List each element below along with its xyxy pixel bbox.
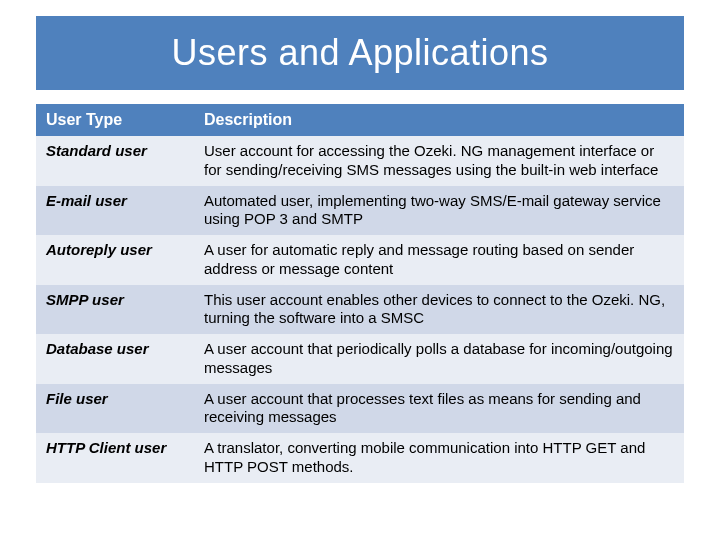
table-row: Database user A user account that period…: [36, 334, 684, 384]
cell-description: A user account that processes text files…: [194, 384, 684, 434]
cell-description: A translator, converting mobile communic…: [194, 433, 684, 483]
cell-description: This user account enables other devices …: [194, 285, 684, 335]
cell-description: A user account that periodically polls a…: [194, 334, 684, 384]
cell-user-type: E-mail user: [36, 186, 194, 236]
user-types-table: User Type Description Standard user User…: [36, 104, 684, 483]
cell-description: A user for automatic reply and message r…: [194, 235, 684, 285]
header-user-type: User Type: [36, 104, 194, 136]
table-row: Autoreply user A user for automatic repl…: [36, 235, 684, 285]
table-row: File user A user account that processes …: [36, 384, 684, 434]
cell-user-type: Autoreply user: [36, 235, 194, 285]
cell-user-type: Standard user: [36, 136, 194, 186]
slide: Users and Applications User Type Descrip…: [0, 0, 720, 540]
table-row: E-mail user Automated user, implementing…: [36, 186, 684, 236]
page-title: Users and Applications: [171, 32, 548, 74]
cell-description: Automated user, implementing two-way SMS…: [194, 186, 684, 236]
cell-user-type: Database user: [36, 334, 194, 384]
cell-user-type: File user: [36, 384, 194, 434]
cell-user-type: SMPP user: [36, 285, 194, 335]
table-row: Standard user User account for accessing…: [36, 136, 684, 186]
table-header-row: User Type Description: [36, 104, 684, 136]
header-description: Description: [194, 104, 684, 136]
cell-user-type: HTTP Client user: [36, 433, 194, 483]
cell-description: User account for accessing the Ozeki. NG…: [194, 136, 684, 186]
table-row: SMPP user This user account enables othe…: [36, 285, 684, 335]
title-bar: Users and Applications: [36, 16, 684, 90]
table-row: HTTP Client user A translator, convertin…: [36, 433, 684, 483]
